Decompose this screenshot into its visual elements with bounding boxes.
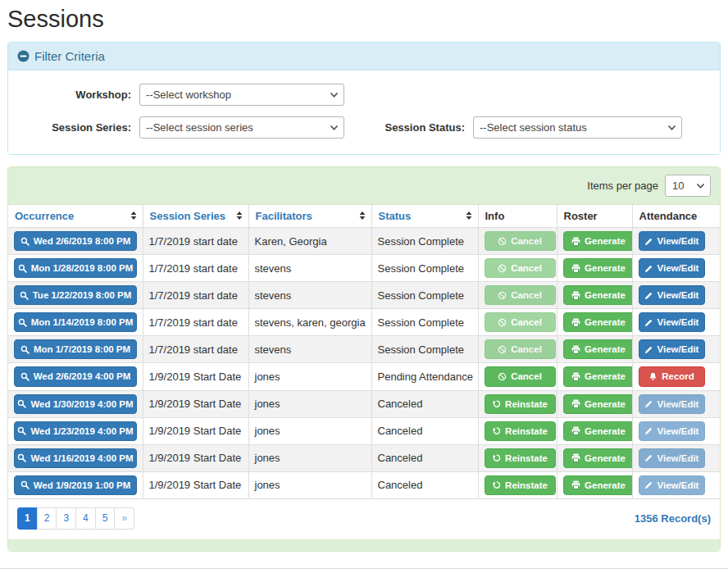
- print-icon: [571, 480, 580, 489]
- page-button-1[interactable]: 1: [17, 507, 38, 530]
- roster-button[interactable]: Generate: [563, 312, 633, 332]
- occurrence-button[interactable]: Wed 2/6/2019 8:00 PM: [14, 231, 137, 251]
- workshop-select[interactable]: --Select workshop: [139, 84, 344, 106]
- session-status-select[interactable]: --Select session status: [473, 116, 682, 139]
- attendance-button[interactable]: View/Edit: [639, 312, 705, 332]
- button-label: Generate: [585, 289, 626, 302]
- occurrence-cell: Tue 1/22/2019 8:00 PM: [8, 282, 143, 309]
- button-label: Generate: [585, 479, 626, 492]
- occurrence-button[interactable]: Wed 1/23/2019 4:00 PM: [14, 421, 137, 441]
- attendance-button[interactable]: View/Edit: [639, 258, 705, 278]
- next-page-button[interactable]: »: [114, 507, 134, 530]
- search-icon: [18, 264, 27, 273]
- attendance-button: View/Edit: [639, 475, 705, 495]
- info-button[interactable]: Reinstate: [485, 394, 556, 414]
- column-header-status[interactable]: Status: [371, 205, 478, 228]
- table-body: Wed 2/6/2019 8:00 PM1/7/2019 start dateK…: [8, 228, 720, 499]
- items-per-page-select[interactable]: 10: [665, 175, 711, 197]
- occurrence-button[interactable]: Wed 2/6/2019 4:00 PM: [14, 366, 137, 386]
- roster-button[interactable]: Generate: [563, 475, 633, 495]
- minus-circle-icon[interactable]: [17, 50, 30, 62]
- filter-criteria-header[interactable]: Filter Criteria: [8, 43, 720, 70]
- roster-cell: Generate: [557, 282, 632, 309]
- ban-icon: [498, 291, 507, 300]
- roster-button[interactable]: Generate: [563, 394, 633, 414]
- attendance-button: View/Edit: [639, 448, 705, 468]
- attendance-button[interactable]: View/Edit: [639, 231, 705, 251]
- button-label: Wed 2/6/2019 4:00 PM: [34, 370, 131, 383]
- facilitators-cell: jones: [248, 444, 371, 471]
- sort-icon: [466, 211, 472, 220]
- page-title: Sessions: [7, 6, 721, 33]
- roster-button[interactable]: Generate: [563, 448, 633, 468]
- table-row: Wed 1/23/2019 4:00 PM1/9/2019 Start Date…: [8, 417, 720, 444]
- button-label: Cancel: [511, 370, 542, 383]
- pencil-icon: [644, 291, 653, 300]
- button-label: Mon 1/14/2019 8:00 PM: [31, 316, 134, 329]
- info-button[interactable]: Reinstate: [485, 475, 556, 495]
- button-label: View/Edit: [657, 479, 699, 492]
- ban-icon: [498, 237, 507, 246]
- occurrence-button[interactable]: Tue 1/22/2019 8:00 PM: [14, 285, 137, 305]
- column-header-occurrence[interactable]: Occurrence: [8, 205, 143, 228]
- facilitators-cell: jones: [248, 417, 371, 444]
- occurrence-button[interactable]: Wed 1/16/2019 4:00 PM: [14, 448, 137, 468]
- occurrence-button[interactable]: Wed 1/30/2019 4:00 PM: [14, 394, 137, 414]
- info-cell: Reinstate: [478, 471, 557, 498]
- occurrence-button[interactable]: Mon 1/7/2019 8:00 PM: [14, 339, 137, 359]
- button-label: View/Edit: [657, 261, 699, 275]
- button-label: Generate: [585, 261, 626, 275]
- facilitators-cell: stevens: [248, 282, 371, 309]
- column-label: Occurrence: [15, 210, 74, 222]
- table-row: Wed 1/9/2019 1:00 PM1/9/2019 Start Datej…: [8, 471, 720, 498]
- undo-icon: [492, 426, 501, 435]
- occurrence-button[interactable]: Mon 1/14/2019 8:00 PM: [14, 312, 137, 332]
- roster-button[interactable]: Generate: [563, 231, 633, 251]
- print-icon: [571, 237, 580, 246]
- occurrence-button[interactable]: Wed 1/9/2019 1:00 PM: [14, 475, 137, 495]
- attendance-button[interactable]: Record: [639, 366, 705, 386]
- page-button-3[interactable]: 3: [56, 507, 76, 530]
- column-header-session-series[interactable]: Session Series: [143, 205, 248, 228]
- button-label: Reinstate: [505, 452, 548, 465]
- roster-button[interactable]: Generate: [563, 366, 633, 386]
- attendance-button[interactable]: View/Edit: [639, 339, 705, 359]
- info-cell: Cancel: [478, 336, 557, 363]
- facilitators-cell: jones: [248, 471, 371, 498]
- button-label: Generate: [585, 343, 626, 356]
- info-button[interactable]: Reinstate: [485, 448, 556, 468]
- info-cell: Cancel: [478, 282, 557, 309]
- occurrence-button[interactable]: Mon 1/28/2019 8:00 PM: [14, 258, 137, 278]
- search-icon: [17, 399, 26, 408]
- facilitators-cell: stevens: [248, 336, 371, 363]
- info-button[interactable]: Reinstate: [485, 421, 556, 441]
- button-label: Generate: [585, 452, 626, 465]
- page-button-2[interactable]: 2: [37, 507, 57, 530]
- page-button-5[interactable]: 5: [95, 507, 116, 530]
- column-header-facilitators[interactable]: Facilitators: [248, 205, 371, 228]
- print-icon: [571, 345, 580, 354]
- roster-button[interactable]: Generate: [563, 339, 633, 359]
- attendance-button[interactable]: View/Edit: [639, 285, 705, 305]
- info-cell: Reinstate: [478, 390, 557, 417]
- column-header-attendance: Attendance: [632, 205, 720, 228]
- search-icon: [20, 345, 30, 354]
- column-label: Status: [379, 210, 412, 222]
- button-label: Wed 2/6/2019 8:00 PM: [34, 234, 131, 248]
- session-status-field: Session Status: --Select session status: [364, 116, 720, 139]
- pencil-icon: [644, 237, 653, 246]
- status-cell: Session Complete: [371, 309, 478, 336]
- search-icon: [20, 237, 30, 246]
- session-series-select[interactable]: --Select session series: [139, 116, 344, 139]
- button-label: Generate: [585, 398, 626, 411]
- roster-button[interactable]: Generate: [563, 421, 633, 441]
- workshop-label: Workshop:: [8, 89, 139, 101]
- roster-button[interactable]: Generate: [563, 258, 633, 278]
- attendance-cell: View/Edit: [632, 471, 720, 498]
- roster-button[interactable]: Generate: [563, 285, 633, 305]
- info-button[interactable]: Cancel: [485, 366, 556, 386]
- button-label: Record: [662, 370, 694, 383]
- button-label: Reinstate: [505, 479, 548, 492]
- page-button-4[interactable]: 4: [75, 507, 96, 530]
- column-label: Facilitators: [256, 210, 312, 222]
